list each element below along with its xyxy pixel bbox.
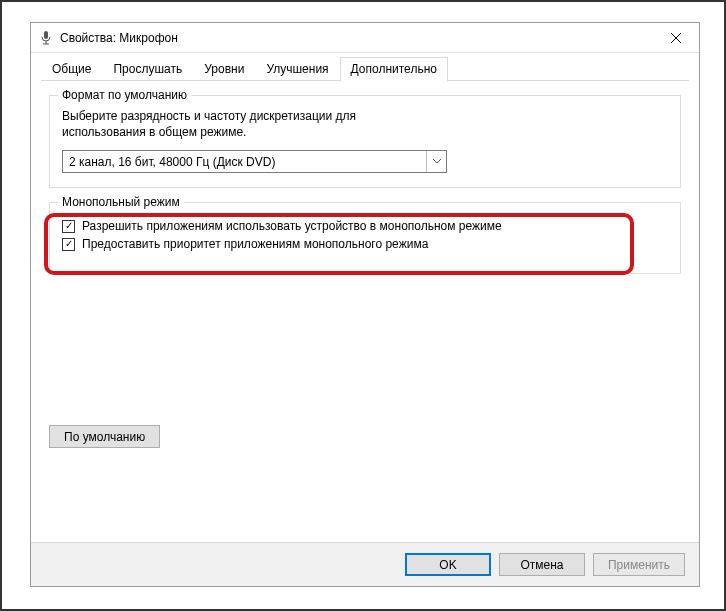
properties-window: Свойства: Микрофон Общие Прослушать Уров… [30, 22, 700, 587]
tab-bar: Общие Прослушать Уровни Улучшения Дополн… [31, 53, 699, 81]
tab-general[interactable]: Общие [41, 57, 102, 81]
titlebar: Свойства: Микрофон [31, 23, 699, 53]
tab-listen[interactable]: Прослушать [102, 57, 193, 81]
close-button[interactable] [653, 23, 699, 53]
apply-button[interactable]: Применить [593, 553, 685, 576]
group-title-format: Формат по умолчанию [58, 88, 191, 102]
group-exclusive-mode: Монопольный режим ✓ Разрешить приложения… [49, 202, 681, 274]
dialog-footer: OK Отмена Применить [31, 542, 699, 586]
format-select-value: 2 канал, 16 бит, 48000 Гц (Диск DVD) [69, 155, 275, 169]
checkbox-exclusive-priority[interactable]: ✓ Предоставить приоритет приложениям мон… [62, 237, 668, 251]
svg-rect-0 [44, 31, 48, 39]
checkbox-label: Разрешить приложениям использовать устро… [82, 219, 502, 233]
tab-levels[interactable]: Уровни [193, 57, 255, 81]
tab-enhancements[interactable]: Улучшения [255, 57, 339, 81]
tab-content: Формат по умолчанию Выберите разрядность… [31, 81, 699, 542]
cancel-button[interactable]: Отмена [499, 553, 585, 576]
restore-defaults-button[interactable]: По умолчанию [49, 425, 160, 448]
checkbox-allow-exclusive[interactable]: ✓ Разрешить приложениям использовать уст… [62, 219, 668, 233]
checkbox-icon: ✓ [62, 220, 75, 233]
window-title: Свойства: Микрофон [60, 31, 178, 45]
group-default-format: Формат по умолчанию Выберите разрядность… [49, 95, 681, 188]
tab-advanced[interactable]: Дополнительно [340, 57, 448, 82]
format-select[interactable]: 2 канал, 16 бит, 48000 Гц (Диск DVD) [62, 150, 447, 173]
checkbox-icon: ✓ [62, 238, 75, 251]
group-title-exclusive: Монопольный режим [58, 195, 184, 209]
format-description: Выберите разрядность и частоту дискретиз… [62, 108, 422, 140]
ok-button[interactable]: OK [405, 553, 491, 576]
microphone-icon [39, 31, 53, 45]
checkbox-label: Предоставить приоритет приложениям моноп… [82, 237, 428, 251]
chevron-down-icon [426, 151, 446, 172]
